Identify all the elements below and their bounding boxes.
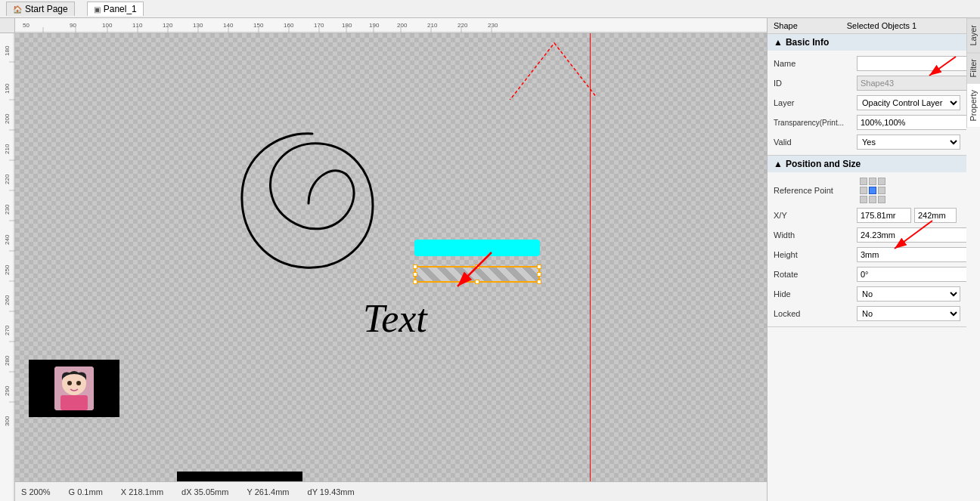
- ref-dot-tm[interactable]: [869, 178, 876, 185]
- shape-black-rect[interactable]: [177, 472, 302, 481]
- y-input[interactable]: [914, 208, 957, 223]
- reference-point-grid: [860, 178, 885, 203]
- transparency-input[interactable]: [857, 115, 966, 130]
- width-input[interactable]: [857, 227, 966, 243]
- status-dy: dY 19.43mm: [308, 487, 355, 496]
- svg-text:230: 230: [4, 204, 11, 215]
- status-y: Y 261.4mm: [247, 487, 289, 496]
- svg-text:50: 50: [23, 22, 29, 29]
- ref-dot-center[interactable]: [869, 187, 876, 194]
- ref-dot-bl[interactable]: [860, 196, 867, 203]
- ruler-top-svg: 50 90 100 110 120 130 140 150 160 170: [15, 18, 767, 33]
- svg-text:200: 200: [4, 113, 11, 124]
- handle-tl[interactable]: [413, 264, 417, 269]
- section-collapse-icon: ▲: [774, 37, 783, 48]
- vtab-layer[interactable]: Layer: [967, 18, 980, 52]
- prop-row-id: ID: [768, 73, 966, 93]
- panel-scroll-area: ▲ Basic Info Name ID: [768, 34, 966, 501]
- ruler-top: 50 90 100 110 120 130 140 150 160 170: [0, 18, 767, 33]
- handle-mr[interactable]: [537, 272, 541, 277]
- x-input[interactable]: [857, 208, 911, 223]
- ref-dot-tr[interactable]: [878, 178, 885, 185]
- section-position-size: ▲ Position and Size Reference Point: [768, 156, 966, 327]
- shape-text[interactable]: Text: [363, 296, 427, 341]
- valid-select[interactable]: Yes: [857, 135, 960, 150]
- svg-text:300: 300: [4, 416, 11, 426]
- ruler-left: 180 190 200 210 220 230 240 250 260 270: [0, 33, 15, 501]
- svg-rect-66: [60, 395, 88, 410]
- anime-char-svg: [54, 366, 94, 410]
- svg-text:250: 250: [4, 264, 11, 275]
- section-basic-info-header[interactable]: ▲ Basic Info: [768, 34, 966, 51]
- vtab-property[interactable]: Property: [967, 83, 980, 128]
- rotate-input[interactable]: [857, 267, 966, 282]
- ref-dot-mr[interactable]: [878, 187, 885, 194]
- svg-point-65: [76, 381, 81, 385]
- svg-text:220: 220: [457, 22, 468, 29]
- home-icon: 🏠: [13, 5, 22, 14]
- prop-row-transparency: Transparency(Print...: [768, 113, 966, 132]
- svg-text:270: 270: [4, 325, 11, 336]
- panel-header: Shape Selected Objects 1 ▼: [768, 18, 980, 34]
- arrow-to-id: [918, 53, 963, 91]
- status-x: X 218.1mm: [121, 487, 163, 496]
- prop-row-valid: Valid Yes: [768, 132, 966, 152]
- svg-text:260: 260: [4, 295, 11, 305]
- shape-image[interactable]: [29, 360, 119, 417]
- prop-row-width: Width 🔗: [768, 225, 966, 245]
- svg-text:280: 280: [4, 355, 11, 366]
- section-pos-collapse-icon: ▲: [774, 159, 783, 169]
- prop-row-rotate: Rotate: [768, 264, 966, 284]
- topbar: 🏠 Start Page ▣ Panel_1: [0, 0, 980, 18]
- shape-triangle[interactable]: [505, 39, 596, 100]
- tab-panel-1[interactable]: ▣ Panel_1: [87, 2, 144, 16]
- vtab-filter[interactable]: Filter: [967, 52, 980, 83]
- svg-text:240: 240: [4, 234, 11, 245]
- guide-line-vertical: [590, 33, 591, 481]
- svg-text:230: 230: [488, 22, 498, 29]
- handle-tr[interactable]: [537, 264, 541, 269]
- status-g: G 0.1mm: [69, 487, 103, 496]
- status-dx: dX 35.05mm: [181, 487, 228, 496]
- vtabs: Layer Filter Property: [966, 18, 980, 128]
- panel-icon: ▣: [94, 5, 101, 14]
- shape-image-inner: [54, 366, 94, 410]
- section-basic-info-body: Name ID: [768, 51, 966, 155]
- svg-text:180: 180: [342, 22, 352, 29]
- ref-dot-br[interactable]: [878, 196, 885, 203]
- handle-br[interactable]: [537, 280, 541, 284]
- arrow-to-bar: [435, 245, 510, 305]
- section-basic-info: ▲ Basic Info Name ID: [768, 34, 966, 156]
- shape-spiral[interactable]: [233, 130, 384, 277]
- prop-row-xy: X/Y: [768, 206, 966, 225]
- height-input[interactable]: [857, 247, 966, 262]
- handle-bl[interactable]: [413, 280, 417, 284]
- prop-row-locked: Locked No: [768, 304, 966, 323]
- statusbar: S 200% G 0.1mm X 218.1mm dX 35.05mm Y 26…: [15, 481, 767, 501]
- tab-start-page[interactable]: 🏠 Start Page: [6, 2, 75, 16]
- ref-dot-bm[interactable]: [869, 196, 876, 203]
- canvas-content[interactable]: Text: [15, 33, 767, 481]
- svg-text:290: 290: [4, 385, 11, 396]
- svg-text:190: 190: [369, 22, 380, 29]
- canvas-area[interactable]: 50 90 100 110 120 130 140 150 160 170: [0, 18, 767, 501]
- ref-dot-ml[interactable]: [860, 187, 867, 194]
- hide-select[interactable]: No: [857, 286, 960, 302]
- ref-dot-tl[interactable]: [860, 178, 867, 185]
- svg-line-61: [457, 252, 492, 286]
- svg-text:180: 180: [4, 45, 11, 56]
- prop-row-height: Height: [768, 245, 966, 264]
- right-panel: Shape Selected Objects 1 ▼ ▲ Basic Info …: [767, 18, 980, 501]
- svg-marker-59: [509, 43, 596, 100]
- ruler-left-svg: 180 190 200 210 220 230 240 250 260 270: [0, 33, 15, 501]
- svg-point-64: [67, 381, 72, 385]
- locked-select[interactable]: No: [857, 306, 960, 321]
- handle-ml[interactable]: [413, 272, 417, 277]
- section-position-size-header[interactable]: ▲ Position and Size: [768, 156, 966, 172]
- section-position-size-body: Reference Point: [768, 172, 966, 326]
- prop-row-reference-point: Reference Point: [768, 175, 966, 206]
- layer-select[interactable]: Opacity Control Layer: [857, 95, 960, 110]
- main-layout: 50 90 100 110 120 130 140 150 160 170: [0, 18, 980, 501]
- svg-text:210: 210: [427, 22, 438, 29]
- prop-row-hide: Hide No: [768, 284, 966, 304]
